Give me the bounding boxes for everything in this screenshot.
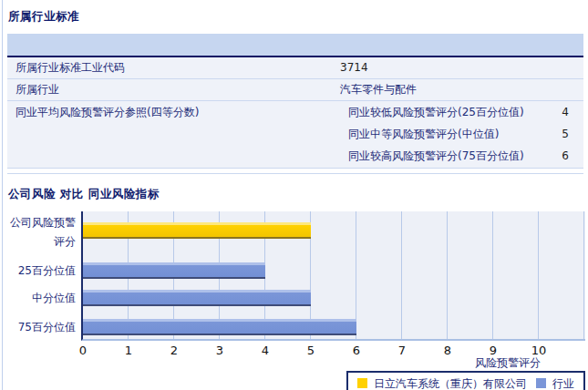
- industry-standard-section-title: 所属行业标准: [3, 0, 588, 25]
- legend-label: 日立汽车系统（重庆）有限公司: [374, 377, 527, 390]
- gridline: [401, 211, 402, 339]
- x-tick-label: 1: [119, 344, 138, 357]
- x-tick-label: 6: [347, 344, 366, 357]
- row-label: 所属行业: [15, 83, 59, 96]
- row-value: 3714: [340, 57, 368, 78]
- chart-plot-area: [81, 211, 585, 341]
- bar-industry: [83, 290, 311, 306]
- gridline: [492, 211, 493, 339]
- y-axis-label: 中分位值: [3, 289, 76, 308]
- legend-swatch-icon: [357, 378, 367, 388]
- industry-standard-table: 所属行业标准工业代码3714所属行业汽车零件与配件 同业平均风险预警评分参照(四…: [7, 34, 583, 174]
- peer-score-subrow: 同业较高风险预警评分(75百分位值)6: [15, 145, 583, 167]
- chart-legend: 日立汽车系统（重庆）有限公司行业: [346, 371, 585, 390]
- legend-label: 行业: [552, 377, 574, 390]
- table-row: 所属行业标准工业代码3714: [7, 57, 583, 79]
- peer-score-subrows: 同业较低风险预警评分(25百分位值)4同业中等风险预警评分(中位值)5同业较高风…: [15, 101, 583, 167]
- legend-swatch-icon: [536, 378, 546, 388]
- table-row: 所属行业汽车零件与配件: [7, 79, 583, 101]
- report-page: 所属行业标准 所属行业标准工业代码3714所属行业汽车零件与配件 同业平均风险预…: [2, 0, 588, 390]
- x-tick-label: 4: [256, 344, 274, 357]
- peer-score-label: 同业中等风险预警评分(中位值): [348, 123, 499, 145]
- table-header-band: [7, 34, 583, 57]
- x-tick-label: 5: [302, 344, 320, 357]
- x-tick-label: 0: [74, 344, 92, 357]
- peer-score-label: 同业较低风险预警评分(25百分位值): [348, 101, 524, 123]
- x-tick-label: 7: [393, 344, 411, 357]
- peer-score-value: 4: [549, 101, 569, 123]
- peer-score-row: 同业平均风险预警评分参照(四等分数) 同业较低风险预警评分(25百分位值)4同业…: [7, 101, 583, 169]
- x-tick-label: 8: [438, 344, 457, 357]
- x-tick-label: 3: [211, 344, 229, 357]
- row-value: 汽车零件与配件: [340, 79, 417, 100]
- row-label: 所属行业标准工业代码: [15, 61, 125, 74]
- chart-x-axis-label: 风险预警评分: [475, 355, 541, 371]
- gridline: [538, 211, 539, 339]
- y-axis-label: 公司风险预警评分: [3, 213, 76, 251]
- peer-score-subrow: 同业中等风险预警评分(中位值)5: [15, 123, 583, 145]
- bar-company: [83, 222, 311, 239]
- peer-score-value: 5: [549, 123, 569, 145]
- x-tick-label: 2: [165, 344, 183, 357]
- bar-industry: [83, 319, 356, 335]
- risk-compare-chart: 公司风险预警评分25百分位值中分位值75百分位值 012345678910 风险…: [3, 206, 588, 390]
- gridline: [447, 211, 448, 339]
- peer-score-value: 6: [549, 145, 569, 167]
- risk-compare-section-title: 公司风险 对比 同业风险指标: [3, 174, 588, 202]
- gridline: [583, 211, 584, 339]
- legend-item: 行业: [536, 376, 574, 390]
- table-rows: 所属行业标准工业代码3714所属行业汽车零件与配件: [7, 57, 583, 101]
- y-axis-label: 25百分位值: [3, 262, 76, 281]
- peer-score-label: 同业较高风险预警评分(75百分位值): [348, 145, 524, 167]
- y-axis-label: 75百分位值: [3, 318, 76, 337]
- peer-score-subrow: 同业较低风险预警评分(25百分位值)4: [15, 101, 583, 123]
- legend-item: 日立汽车系统（重庆）有限公司: [357, 376, 527, 390]
- bar-industry: [83, 262, 265, 279]
